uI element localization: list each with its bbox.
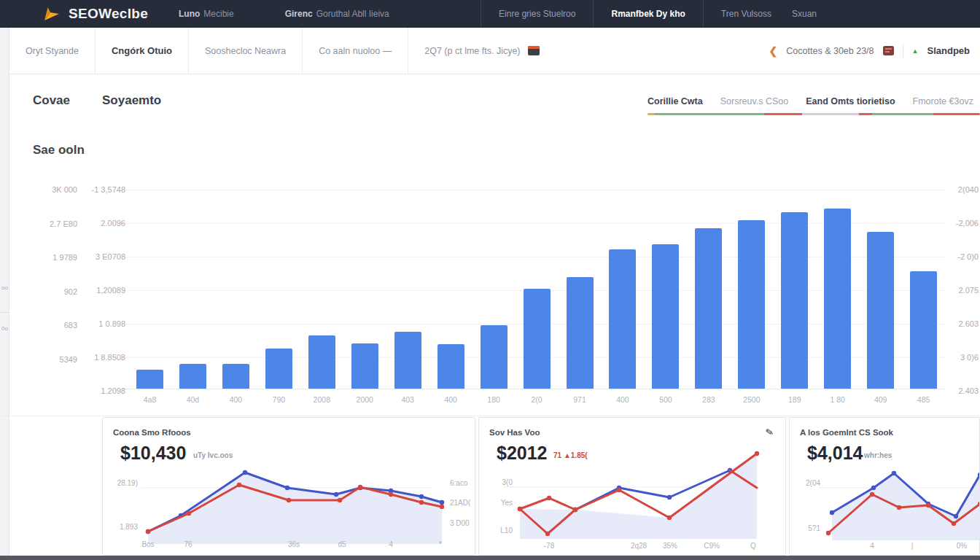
y-tick-label: 5349 xyxy=(32,355,77,364)
y-tick-label: -2 0)0 xyxy=(945,252,979,261)
mini-y-label: 5?1 xyxy=(796,524,820,532)
nav-item-label[interactable]: Tren Vulsoss xyxy=(721,9,771,19)
main-chart-title: Sae ooln xyxy=(33,143,85,158)
bar-15[interactable] xyxy=(738,220,765,389)
bar-16[interactable] xyxy=(781,212,808,389)
y-tick-label: 1,20089 xyxy=(82,286,125,295)
x-tick-label: 409 xyxy=(874,395,887,404)
nav-item-label[interactable]: Einre gries Stuelroo xyxy=(499,9,575,19)
x-tick-label: 400 xyxy=(616,395,629,404)
mini-y-label: 2(04 xyxy=(796,479,820,487)
chevron-left-icon[interactable]: ❮ xyxy=(769,45,778,57)
filter-item-4[interactable]: Co aaln nuoloo — xyxy=(303,28,408,74)
x-tick-label: 485 xyxy=(917,395,930,404)
bar-3[interactable] xyxy=(222,364,249,389)
nav-right-section-3[interactable]: Tren VulsossSxuan xyxy=(703,0,834,28)
nav-item-1[interactable]: LunoMecibie xyxy=(179,9,234,19)
tab-row: Covae Soyaemto Corillie CwtaSorsreuv.s C… xyxy=(0,74,980,122)
gridline xyxy=(122,257,944,257)
mini-x-label: Q xyxy=(750,542,756,550)
y-tick-label: 2.403 xyxy=(945,386,979,395)
bar-7[interactable] xyxy=(394,332,421,389)
sliver-label-2: 0o xyxy=(1,325,8,332)
metric-card-3[interactable]: A los Goemlnt CS Sook $4,014 whr:hes 2(0… xyxy=(789,417,980,556)
gridline xyxy=(122,223,944,224)
metric-card-2[interactable]: Sov Has Voo $2012 71 ▲1.85( ✎ 3(0YesL10-… xyxy=(478,417,786,556)
divider xyxy=(903,44,903,58)
y-tick-label: 2.7 E80 xyxy=(32,219,77,228)
nav-item-label[interactable]: Rmanfbek Dy kho xyxy=(611,9,685,19)
legend-item-4[interactable]: Fmorote €3ovz xyxy=(913,96,973,106)
legend-labels: Corillie CwtaSorsreuv.s CSooEand Omts ti… xyxy=(648,96,980,106)
app-title: SEOWeclbe xyxy=(69,6,148,22)
filter-item-3[interactable]: Sooshecloc Neawra xyxy=(189,28,303,74)
legend-item-3[interactable]: Eand Omts tiorietiso xyxy=(806,96,895,106)
bar-4[interactable] xyxy=(265,349,292,389)
nav-item-2[interactable]: GirencGoruthal Abll Iieiva xyxy=(285,9,389,19)
x-tick-label: 180 xyxy=(487,395,500,404)
mini-x-label: 0% xyxy=(957,542,967,550)
standard-button[interactable]: Slandpeb xyxy=(927,45,970,56)
mini-x-label: | xyxy=(911,542,914,550)
mini-x-label: C9% xyxy=(704,542,720,550)
y-tick-label: 3 E0708 xyxy=(82,252,125,261)
bar-2[interactable] xyxy=(179,364,206,389)
tab-segments[interactable]: Soyaemto xyxy=(102,93,161,108)
mini-line-chart xyxy=(479,418,786,556)
bar-14[interactable] xyxy=(695,228,722,389)
mini-line-chart xyxy=(103,418,475,556)
legend-item-2[interactable]: Sorsreuv.s CSoo xyxy=(720,96,789,106)
sliver-divider xyxy=(0,312,9,313)
bar-9[interactable] xyxy=(481,325,508,389)
mini-x-label: d5 xyxy=(338,540,346,548)
y-tick-label: 902 xyxy=(32,287,77,296)
x-tick-label: 2(0 xyxy=(531,395,542,404)
mini-x-label: 2q28 xyxy=(631,542,647,550)
y-tick-label: 1 0.898 xyxy=(82,319,125,328)
mini-x-label: 35% xyxy=(663,542,677,550)
nav-right-section-1[interactable]: Einre gries Stuelroo xyxy=(481,0,593,28)
bar-6[interactable] xyxy=(351,343,378,389)
mini-x-label: -78 xyxy=(544,542,554,550)
collapsed-sidebar-sliver[interactable]: oo 0o xyxy=(0,28,9,556)
bar-10[interactable] xyxy=(524,289,551,389)
mini-x-label: * xyxy=(439,540,442,548)
filter-bar: Oryt Styande Cngórk Otuio Sooshecloc Nea… xyxy=(9,28,980,74)
logo-icon xyxy=(42,5,61,23)
filter-item-1[interactable]: Oryt Styande xyxy=(9,28,96,74)
bar-19[interactable] xyxy=(910,271,937,389)
nav-item-label[interactable]: Sxuan xyxy=(792,9,817,19)
tab-overview[interactable]: Covae xyxy=(33,93,70,108)
filter-right-group: ❮ Cocottes & 30eb 23/8 ▲ Slandpeb xyxy=(769,28,980,74)
filter-item-date-range[interactable]: 2Q7 (p ct lme fts. Jicye) xyxy=(408,28,555,74)
nav-right-section-2[interactable]: Rmanfbek Dy kho xyxy=(593,0,702,28)
metric-card-1[interactable]: Coona Smo Rfooos $10,430 uTy Ivc.oos 28.… xyxy=(102,417,475,556)
mini-x-label: 4 xyxy=(389,540,393,548)
legend-underline-segment xyxy=(933,113,980,115)
legend-item-1[interactable]: Corillie Cwta xyxy=(648,96,703,106)
bar-12[interactable] xyxy=(609,249,636,389)
bar-8[interactable] xyxy=(438,344,464,389)
cards-separator xyxy=(0,416,980,416)
bar-1[interactable] xyxy=(136,370,163,389)
y-tick-label: 2(040 xyxy=(945,185,979,194)
legend-underline-segment xyxy=(802,113,859,115)
bar-11[interactable] xyxy=(567,277,594,389)
y-tick-label: 683 xyxy=(32,321,77,330)
bar-18[interactable] xyxy=(867,232,894,389)
date-range-text[interactable]: Cocottes & 30eb 23/8 xyxy=(786,46,874,56)
legend-underline-segment xyxy=(872,113,933,115)
legend-underline-segment xyxy=(764,113,802,115)
mini-x-label: 76 xyxy=(184,540,192,548)
brand[interactable]: SEOWeclbe xyxy=(0,0,168,28)
bar-13[interactable] xyxy=(652,244,679,389)
x-tick-label: 2008 xyxy=(314,395,330,404)
bar-17[interactable] xyxy=(824,209,851,389)
export-icon[interactable] xyxy=(883,46,894,55)
mini-y-label: 3(0 xyxy=(488,478,513,486)
mini-y-label: Yes xyxy=(488,499,513,507)
bar-5[interactable] xyxy=(308,335,335,389)
x-tick-label: 971 xyxy=(573,395,586,404)
mini-y-label: 3 D00 xyxy=(450,519,475,527)
filter-item-2[interactable]: Cngórk Otuio xyxy=(96,28,189,74)
